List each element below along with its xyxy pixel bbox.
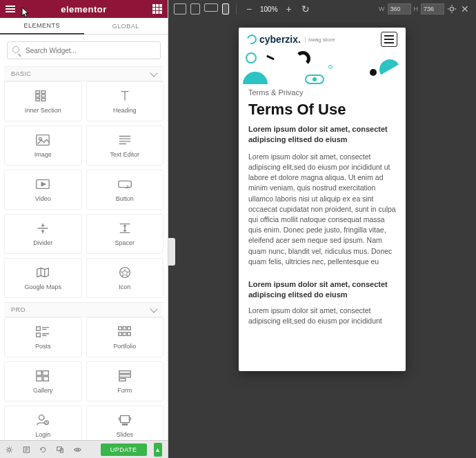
widget-label: Posts — [35, 343, 51, 350]
separator — [236, 3, 237, 14]
zoom-controls: − 100% + ↻ — [244, 3, 311, 14]
brand-label: elementor — [61, 4, 107, 14]
dimensions: W H ✕ — [379, 3, 470, 14]
update-button[interactable]: UPDATE — [101, 444, 147, 456]
device-desktop[interactable] — [174, 3, 186, 14]
svg-point-26 — [39, 415, 44, 420]
widget-slides[interactable]: Slides — [86, 406, 164, 440]
svg-point-29 — [122, 424, 123, 426]
panel-footer: UPDATE ▴ — [0, 440, 168, 458]
panel-collapse-handle[interactable] — [168, 238, 175, 266]
zoom-out-icon[interactable]: − — [244, 3, 255, 14]
svg-rect-9 — [119, 181, 131, 187]
widget-gallery[interactable]: Gallery — [4, 361, 82, 401]
svg-point-30 — [124, 424, 126, 426]
site-logo[interactable]: cyberzix. swag store — [247, 34, 335, 45]
svg-rect-2 — [36, 99, 40, 101]
widget-heading[interactable]: Heading — [86, 81, 164, 121]
toolbar-settings-icon[interactable] — [447, 4, 457, 14]
zoom-value[interactable]: 100% — [260, 6, 278, 13]
update-options-icon[interactable]: ▴ — [154, 443, 163, 457]
widget-spacer[interactable]: Spacer — [86, 214, 164, 254]
logo-sub: swag store — [305, 37, 335, 43]
close-icon[interactable]: ✕ — [459, 3, 470, 14]
hero-dot-outline-icon — [328, 65, 333, 69]
hero-arc-icon — [295, 51, 310, 66]
slides-icon — [117, 413, 132, 427]
svg-rect-0 — [36, 91, 40, 94]
width-label: W — [379, 6, 385, 12]
lead-text: Lorem ipsum dolor sit amet, consectet ad… — [248, 124, 396, 145]
device-mobile[interactable] — [222, 3, 229, 14]
widget-label: Divider — [33, 239, 52, 246]
widget-login[interactable]: Login — [4, 406, 82, 440]
search-icon — [12, 46, 19, 53]
chevron-down-icon — [150, 69, 157, 77]
svg-point-37 — [450, 7, 453, 10]
width-input[interactable] — [388, 3, 411, 14]
widget-label: Inner Section — [25, 107, 61, 114]
height-input[interactable] — [421, 3, 444, 14]
svg-point-36 — [77, 448, 79, 450]
widget-portfolio[interactable]: Portfolio — [86, 317, 164, 357]
tab-elements[interactable]: ELEMENTS — [0, 18, 84, 34]
responsive-icon[interactable] — [57, 446, 64, 454]
widget-button[interactable]: Button — [86, 170, 164, 210]
hamburger-icon[interactable] — [6, 6, 15, 12]
widget-image[interactable]: Image — [4, 126, 82, 166]
svg-rect-3 — [41, 91, 45, 94]
hero-eye-icon — [305, 74, 324, 84]
heading-icon — [117, 89, 132, 103]
widget-inner-section[interactable]: Inner Section — [4, 81, 82, 121]
login-icon — [35, 413, 50, 427]
navigator-icon[interactable] — [23, 446, 30, 454]
spacer-icon — [117, 221, 132, 235]
body-paragraph-2: Lorem ipsum dolor sit amet, consectet ad… — [248, 306, 396, 326]
widget-video[interactable]: Video — [4, 170, 82, 210]
svg-rect-18 — [127, 332, 130, 336]
lead-text-2: Lorem ipsum dolor sit amet, consectet ad… — [248, 279, 396, 300]
site-header: cyberzix. swag store — [239, 28, 406, 51]
widget-divider[interactable]: Divider — [4, 214, 82, 254]
widget-label: Heading — [113, 107, 137, 114]
history-icon[interactable] — [39, 446, 47, 454]
tab-global[interactable]: GLOBAL — [84, 18, 168, 34]
svg-rect-12 — [37, 333, 41, 337]
panel-tabs: ELEMENTS GLOBAL — [0, 18, 168, 34]
settings-gear-icon[interactable] — [6, 446, 13, 454]
apps-grid-icon[interactable] — [152, 4, 162, 14]
button-icon — [117, 177, 132, 191]
zoom-reset-icon[interactable]: ↻ — [300, 3, 311, 14]
device-mobile-landscape[interactable] — [204, 3, 218, 12]
widget-text-editor[interactable]: Text Editor — [86, 126, 164, 166]
hero-dot-icon — [370, 69, 377, 76]
section-pro[interactable]: PRO — [4, 302, 163, 317]
widget-form[interactable]: Form — [86, 361, 164, 401]
widget-google-maps[interactable]: Google Maps — [4, 258, 82, 298]
panel-header: elementor — [0, 0, 168, 18]
widget-label: Form — [117, 387, 132, 394]
page-content: Terms & Privacy Terms Of Use Lorem ipsum… — [239, 84, 406, 371]
widget-label: Login — [35, 431, 50, 438]
section-pro-label: PRO — [11, 306, 26, 313]
widget-icon[interactable]: Icon — [86, 258, 164, 298]
widget-label: Gallery — [33, 387, 53, 394]
zoom-in-icon[interactable]: + — [284, 3, 295, 14]
widget-posts[interactable]: Posts — [4, 317, 82, 357]
mobile-menu-icon[interactable] — [381, 32, 397, 47]
preview-eye-icon[interactable] — [74, 446, 81, 454]
widget-label: Image — [34, 151, 52, 158]
svg-rect-4 — [41, 94, 45, 97]
widgets-scroll[interactable]: BASIC Inner Section Heading Image — [0, 63, 168, 440]
form-icon — [117, 369, 132, 383]
hero-dash-icon — [266, 55, 275, 61]
section-basic[interactable]: BASIC — [4, 66, 163, 81]
widget-label: Spacer — [115, 239, 135, 246]
widget-label: Portfolio — [113, 343, 136, 350]
device-switcher — [174, 3, 229, 14]
device-tablet[interactable] — [190, 3, 200, 14]
svg-rect-22 — [43, 377, 48, 381]
basic-grid: Inner Section Heading Image Text Editor … — [4, 81, 163, 302]
hero-half-moon-icon — [376, 56, 404, 84]
search-input[interactable] — [7, 41, 161, 59]
